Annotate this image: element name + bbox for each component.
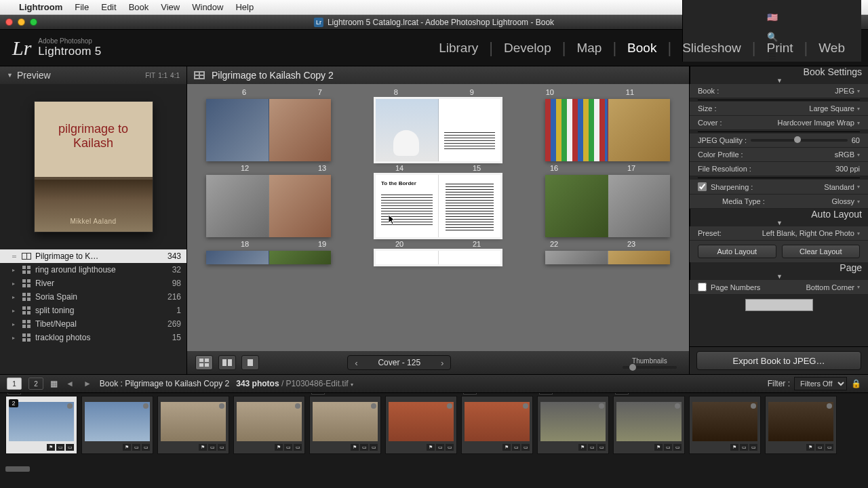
module-slideshow[interactable]: Slideshow [671, 41, 752, 56]
spread-18-19[interactable] [206, 175, 331, 237]
filter-select[interactable]: Filters Off [794, 377, 847, 390]
filmstrip-thumb[interactable]: ⚑▭▭ [765, 396, 837, 454]
filmstrip-thumb[interactable]: ⚑▭▭ [233, 396, 305, 454]
filmstrip-thumb[interactable]: ⚑▭▭ [385, 396, 457, 454]
menu-book[interactable]: Book [129, 2, 149, 12]
zoom-11[interactable]: 1:1 [158, 72, 167, 79]
page-prev-button[interactable]: ‹ [348, 355, 364, 370]
label-icon[interactable]: ▭ [521, 444, 530, 451]
module-print[interactable]: Print [755, 41, 804, 56]
filmstrip-thumb[interactable]: ⚑▭▭ [689, 396, 761, 454]
sharpening-checkbox[interactable] [698, 182, 707, 191]
label-icon[interactable]: ▭ [294, 444, 302, 451]
setting-color-profile[interactable]: Color Profile :sRGB▾ [690, 148, 868, 162]
filter-lock-icon[interactable]: 🔒 [851, 379, 861, 388]
page-numbers-row[interactable]: Page NumbersBottom Corner▾ [690, 280, 868, 295]
spread-20-21[interactable]: To the Border [376, 175, 500, 237]
flag-icon[interactable]: ⚑ [654, 444, 663, 451]
auto-layout-preset[interactable]: Preset:Left Blank, Right One Photo▾ [690, 226, 868, 241]
disclosure-icon[interactable]: ▼ [776, 273, 783, 280]
spread-16-17[interactable] [545, 99, 670, 161]
rating-icon[interactable]: ▭ [588, 444, 596, 451]
module-web[interactable]: Web [808, 41, 856, 56]
filmstrip-thumb[interactable]: 1⚑▭▭ [461, 396, 533, 454]
filmstrip-thumb[interactable]: 1⚑▭▭ [537, 396, 609, 454]
setting-size[interactable]: Size :Large Square▾ [690, 102, 868, 116]
rating-icon[interactable]: ▭ [436, 444, 444, 451]
label-icon[interactable]: ▭ [446, 444, 454, 451]
flag-icon[interactable]: ⚑ [275, 444, 283, 451]
menu-help[interactable]: Help [235, 2, 254, 12]
module-book[interactable]: Book [616, 41, 667, 56]
close-button[interactable] [5, 18, 13, 26]
collection-item[interactable]: ▸Soria Spain216 [0, 290, 186, 304]
label-icon[interactable]: ▭ [142, 444, 150, 451]
module-map[interactable]: Map [566, 41, 612, 56]
filmstrip-thumb[interactable]: 1⚑▭▭ [613, 396, 685, 454]
label-icon[interactable]: ▭ [66, 444, 74, 451]
label-icon[interactable]: ▭ [370, 444, 378, 451]
flag-icon[interactable]: ⚑ [806, 444, 814, 451]
setting-cover[interactable]: Cover :Hardcover Image Wrap▾ [690, 116, 868, 130]
disclosure-icon[interactable]: ▼ [7, 72, 13, 79]
spread-view-button[interactable] [218, 355, 236, 370]
filmstrip[interactable]: 12⚑▭▭⚑▭▭⚑▭▭⚑▭▭1⚑▭▭⚑▭▭1⚑▭▭1⚑▭▭1⚑▭▭⚑▭▭⚑▭▭ [0, 393, 868, 473]
setting-jpeg-quality[interactable]: JPEG Quality :60 [690, 134, 868, 148]
display-2-button[interactable]: 2 [28, 378, 43, 390]
menu-window[interactable]: Window [192, 2, 223, 12]
flag-icon[interactable]: ⚑ [427, 444, 435, 451]
thumbnail-size-slider[interactable] [623, 366, 677, 369]
spread-26-27[interactable] [376, 251, 500, 264]
multipage-view-icon[interactable] [194, 71, 205, 79]
display-1-button[interactable]: 1 [7, 378, 22, 390]
menu-file[interactable]: File [75, 2, 89, 12]
collection-item[interactable]: ▸split toning1 [0, 304, 186, 317]
setting-book[interactable]: Book :JPEG▾ [690, 84, 868, 98]
nav-forward-button[interactable]: ► [82, 379, 93, 388]
page-grid[interactable]: 67891011 121314151617 To the Border 1819… [187, 84, 689, 351]
rating-icon[interactable]: ▭ [208, 444, 216, 451]
rating-icon[interactable]: ▭ [132, 444, 140, 451]
filmstrip-thumb[interactable]: ⚑▭▭ [157, 396, 229, 454]
clear-layout-button[interactable]: Clear Layout [782, 245, 861, 258]
filmstrip-thumb[interactable]: 12⚑▭▭ [5, 396, 77, 454]
flag-icon[interactable]: ⚑ [123, 444, 131, 451]
rating-icon[interactable]: ▭ [284, 444, 292, 451]
spread-14-15[interactable] [376, 99, 500, 161]
disclosure-icon[interactable]: ▼ [776, 220, 783, 226]
rating-icon[interactable]: ▭ [512, 444, 520, 451]
grid-icon[interactable]: ▦ [50, 379, 58, 388]
label-icon[interactable]: ▭ [825, 444, 833, 451]
rating-icon[interactable]: ▭ [360, 444, 368, 451]
collection-item[interactable]: ▸River98 [0, 277, 186, 290]
spread-22-23[interactable] [545, 175, 670, 237]
minimize-button[interactable] [18, 18, 25, 26]
disclosure-icon[interactable]: ▼ [776, 77, 783, 84]
flag-icon[interactable]: ⚑ [730, 444, 738, 451]
module-develop[interactable]: Develop [493, 41, 562, 56]
spread-28-29[interactable] [545, 251, 670, 264]
zoom-41[interactable]: 4:1 [170, 72, 180, 79]
setting-file-resolution[interactable]: File Resolution :300 ppi [690, 162, 868, 176]
label-icon[interactable]: ▭ [749, 444, 757, 451]
page-next-button[interactable]: › [434, 355, 450, 370]
menu-app[interactable]: Lightroom [19, 2, 62, 12]
keychain-icon[interactable]: ⛫ [768, 0, 776, 3]
nav-back-button[interactable]: ◄ [64, 379, 75, 388]
book-cover-preview[interactable]: pilgrimage to Kailash Mikkel Aaland [0, 84, 186, 249]
module-library[interactable]: Library [428, 41, 489, 56]
setting-sharpening[interactable]: Sharpening :Standard▾ [690, 180, 868, 195]
flag-icon[interactable]: ⚑ [47, 444, 55, 451]
breadcrumb[interactable]: Book : Pilgrimage to Kailash Copy 2 [100, 379, 229, 388]
collection-item[interactable]: ▸tracklog photos15 [0, 331, 186, 344]
spread-12-13[interactable] [206, 99, 331, 161]
rating-icon[interactable]: ▭ [56, 444, 64, 451]
page-numbers-checkbox[interactable] [698, 283, 707, 291]
label-icon[interactable]: ▭ [597, 444, 606, 451]
flag-icon[interactable]: ⚑ [578, 444, 587, 451]
flag-icon[interactable]: ⚑ [502, 444, 511, 451]
grid-view-button[interactable] [195, 355, 213, 370]
zoom-fit[interactable]: FIT [145, 72, 155, 79]
spread-24-25[interactable] [206, 251, 331, 264]
export-book-button[interactable]: Export Book to JPEG… [696, 351, 861, 370]
